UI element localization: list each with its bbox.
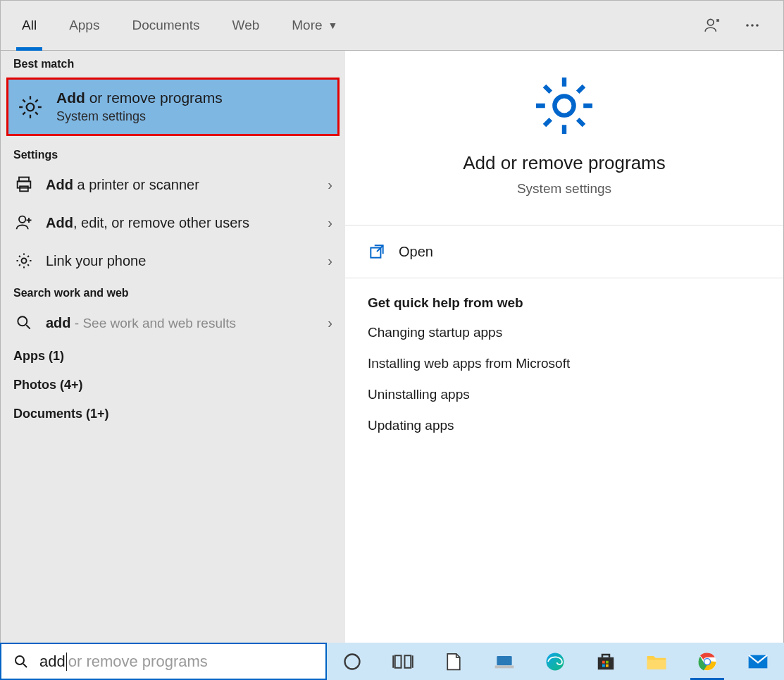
chevron-right-icon: › — [328, 177, 332, 193]
settings-item-link-phone[interactable]: Link your phone › — [1, 242, 345, 280]
printer-icon — [13, 174, 35, 195]
search-typed-text: add — [39, 653, 66, 671]
svg-rect-18 — [495, 665, 514, 668]
open-icon — [368, 242, 386, 261]
help-link[interactable]: Updating apps — [368, 418, 761, 433]
taskbar — [327, 643, 784, 680]
mail-icon[interactable] — [745, 649, 771, 674]
chevron-right-icon: › — [328, 215, 332, 231]
svg-point-13 — [15, 656, 24, 664]
svg-point-0 — [707, 19, 714, 25]
open-label: Open — [399, 244, 433, 260]
svg-point-9 — [22, 259, 27, 264]
edge-icon[interactable] — [542, 649, 568, 674]
web-result-add[interactable]: add - See work and web results › — [1, 304, 345, 342]
svg-point-11 — [554, 96, 573, 115]
result-best-match[interactable]: Add or remove programs System settings — [6, 78, 340, 136]
svg-rect-17 — [497, 656, 511, 665]
svg-point-1 — [746, 24, 749, 27]
svg-point-19 — [547, 653, 564, 670]
search-body: Best match Add or remove programs System… — [1, 51, 783, 643]
svg-rect-22 — [606, 660, 609, 663]
results-column: Best match Add or remove programs System… — [1, 51, 345, 643]
preview-panel: Add or remove programs System settings O… — [345, 51, 783, 643]
svg-point-28 — [704, 659, 710, 664]
svg-rect-16 — [405, 655, 411, 668]
tab-apps[interactable]: Apps — [63, 1, 105, 51]
tab-all[interactable]: All — [16, 1, 42, 51]
preview-subtitle: System settings — [517, 181, 611, 197]
taskbar-row: add or remove programs — [0, 643, 784, 680]
tab-documents[interactable]: Documents — [126, 1, 205, 51]
open-action[interactable]: Open — [345, 225, 783, 278]
tab-more[interactable]: More▼ — [286, 1, 343, 51]
quick-help-section: Get quick help from web Changing startup… — [345, 278, 783, 466]
person-plus-icon — [13, 212, 35, 233]
store-icon[interactable] — [593, 649, 618, 674]
search-input[interactable]: add or remove programs — [0, 643, 327, 680]
svg-rect-23 — [602, 664, 605, 667]
text-cursor — [66, 653, 67, 671]
svg-rect-25 — [647, 660, 666, 669]
category-documents[interactable]: Documents (1+) — [1, 400, 345, 428]
category-apps[interactable]: Apps (1) — [1, 342, 345, 371]
feedback-icon[interactable] — [703, 16, 723, 35]
svg-point-4 — [27, 103, 35, 111]
help-link[interactable]: Uninstalling apps — [368, 387, 761, 402]
gear-icon — [13, 250, 35, 271]
section-best-match: Best match — [1, 51, 345, 75]
search-suggestion: or remove programs — [68, 653, 208, 671]
tab-web[interactable]: Web — [227, 1, 266, 51]
chevron-down-icon: ▼ — [328, 20, 338, 31]
gear-icon — [15, 92, 45, 122]
preview-title: Add or remove programs — [463, 152, 666, 174]
settings-item-users[interactable]: Add, edit, or remove other users › — [1, 204, 345, 242]
quick-help-heading: Get quick help from web — [368, 295, 761, 311]
search-icon — [13, 653, 30, 670]
gear-icon — [530, 72, 598, 140]
search-panel: All Apps Documents Web More▼ Best match … — [0, 0, 784, 643]
svg-rect-24 — [606, 664, 609, 667]
svg-point-10 — [18, 316, 27, 326]
best-match-text: Add or remove programs System settings — [56, 89, 223, 124]
search-tabs: All Apps Documents Web More▼ — [1, 1, 783, 51]
preview-hero: Add or remove programs System settings — [345, 51, 783, 225]
help-link[interactable]: Installing web apps from Microsoft — [368, 356, 761, 371]
section-settings: Settings — [1, 142, 345, 166]
svg-rect-7 — [20, 186, 28, 191]
settings-item-printer[interactable]: Add a printer or scanner › — [1, 166, 345, 204]
cortana-icon[interactable] — [340, 649, 365, 674]
svg-point-3 — [756, 24, 759, 27]
laptop-icon[interactable] — [492, 649, 517, 674]
svg-rect-21 — [602, 660, 605, 663]
task-view-icon[interactable] — [390, 649, 416, 674]
chevron-right-icon: › — [328, 315, 332, 331]
svg-point-14 — [345, 654, 360, 669]
search-icon — [13, 312, 35, 333]
category-photos[interactable]: Photos (4+) — [1, 371, 345, 400]
svg-rect-15 — [395, 655, 402, 668]
libreoffice-icon[interactable] — [441, 649, 466, 674]
file-explorer-icon[interactable] — [644, 649, 669, 674]
chevron-right-icon: › — [328, 253, 332, 269]
help-link[interactable]: Changing startup apps — [368, 325, 761, 340]
chrome-icon[interactable] — [695, 649, 720, 674]
svg-point-8 — [19, 216, 25, 223]
svg-point-2 — [751, 24, 754, 27]
ellipsis-icon[interactable] — [742, 16, 762, 35]
section-search-web: Search work and web — [1, 280, 345, 304]
